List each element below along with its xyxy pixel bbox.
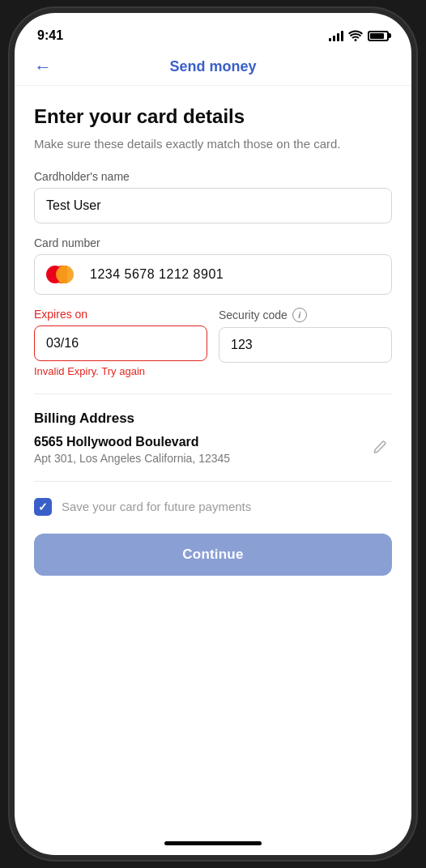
continue-button[interactable]: Continue: [34, 534, 392, 576]
expires-label: Expires on: [34, 308, 207, 321]
billing-city: Apt 301, Los Angeles California, 12345: [34, 452, 366, 465]
card-number-wrapper[interactable]: 1234 5678 1212 8901: [34, 254, 392, 295]
cardholder-name-group: Cardholder's name: [34, 170, 392, 223]
billing-address-text: 6565 Hollywood Boulevard Apt 301, Los An…: [34, 435, 366, 465]
expires-group: Expires on Invalid Expiry. Try again: [34, 308, 207, 377]
page-title: Enter your card details: [34, 105, 392, 129]
pencil-icon: [371, 440, 387, 460]
billing-address-row: 6565 Hollywood Boulevard Apt 301, Los An…: [34, 435, 392, 465]
status-bar: 9:41: [15, 13, 411, 52]
security-code-group: Security code i: [219, 308, 392, 377]
security-code-info-icon[interactable]: i: [292, 308, 307, 322]
signal-icon: [329, 30, 343, 41]
divider-2: [34, 481, 392, 482]
content-area: Enter your card details Make sure these …: [15, 86, 411, 831]
back-arrow-icon: ←: [34, 58, 52, 76]
divider: [34, 394, 392, 394]
home-bar: [164, 841, 262, 845]
cardholder-name-label: Cardholder's name: [34, 170, 392, 183]
billing-address-section: Billing Address 6565 Hollywood Boulevard…: [34, 411, 392, 465]
security-code-label-text: Security code: [219, 308, 288, 321]
security-code-label: Security code i: [219, 308, 392, 322]
checkmark-icon: ✓: [38, 500, 48, 513]
save-card-checkbox[interactable]: ✓: [34, 498, 52, 516]
security-code-input[interactable]: [219, 327, 392, 363]
expiry-error-message: Invalid Expiry. Try again: [34, 365, 207, 377]
save-card-label: Save your card for future payments: [62, 500, 251, 513]
billing-street: 6565 Hollywood Boulevard: [34, 435, 366, 449]
expires-input[interactable]: [34, 326, 207, 361]
nav-title: Send money: [169, 58, 256, 75]
mastercard-icon: [46, 263, 80, 286]
wifi-icon: [348, 30, 363, 41]
billing-title: Billing Address: [34, 411, 392, 427]
page-subtitle: Make sure these details exactly match th…: [34, 135, 392, 152]
battery-icon: [368, 31, 389, 41]
expiry-security-row: Expires on Invalid Expiry. Try again Sec…: [34, 308, 392, 377]
card-number-label: Card number: [34, 236, 392, 249]
card-number-value: 1234 5678 1212 8901: [90, 267, 224, 282]
home-indicator: [15, 831, 411, 855]
cardholder-name-input[interactable]: [34, 188, 392, 223]
card-number-group: Card number 1234 5678 1212 8901: [34, 236, 392, 295]
status-time: 9:41: [37, 28, 63, 43]
save-card-row: ✓ Save your card for future payments: [34, 498, 392, 516]
nav-header: ← Send money: [15, 52, 411, 86]
edit-address-button[interactable]: [366, 435, 392, 465]
back-button[interactable]: ←: [31, 55, 55, 79]
status-icons: [329, 30, 389, 41]
